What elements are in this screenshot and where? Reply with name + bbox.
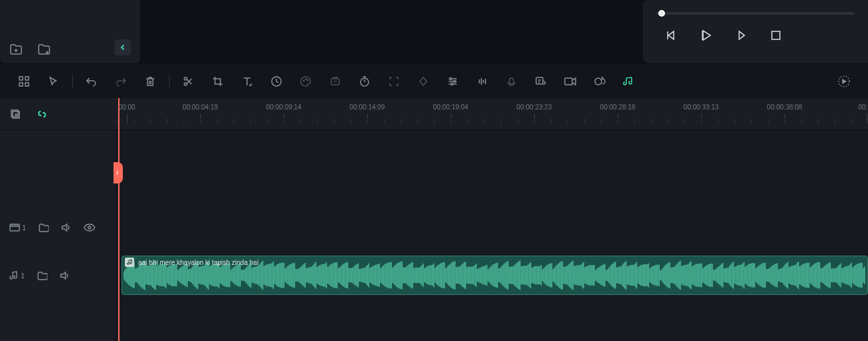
ruler-timestamp: 00:00 — [118, 103, 135, 111]
audio-beat-icon[interactable] — [616, 69, 642, 93]
ruler-timestamp: 00:00:28:18 — [600, 103, 636, 111]
crop-icon[interactable] — [204, 69, 231, 93]
progress-slider[interactable] — [656, 12, 855, 15]
effects-icon[interactable] — [322, 69, 349, 93]
svg-point-9 — [305, 78, 306, 79]
redo-icon[interactable] — [107, 69, 134, 93]
video-track-number: 1 — [22, 224, 26, 232]
ruler-timestamp: 00:00 — [858, 103, 868, 111]
text-icon[interactable] — [234, 69, 260, 93]
playback-panel — [643, 0, 868, 63]
svg-point-13 — [450, 77, 452, 79]
playhead[interactable] — [118, 98, 120, 341]
add-track-icon[interactable] — [9, 108, 21, 120]
progress-thumb[interactable] — [658, 10, 665, 17]
svg-point-10 — [307, 79, 308, 81]
stop-button[interactable] — [770, 29, 782, 41]
ruler-timestamp: 00:00:14:09 — [350, 103, 385, 111]
svg-point-23 — [88, 226, 91, 229]
svg-point-8 — [303, 80, 304, 81]
svg-point-18 — [595, 78, 602, 85]
new-folder-icon[interactable] — [9, 43, 23, 55]
audio-adjust-icon[interactable] — [469, 69, 495, 93]
svg-point-15 — [451, 83, 453, 85]
play-button[interactable] — [699, 28, 714, 43]
svg-point-5 — [184, 77, 187, 80]
svg-rect-1 — [19, 77, 23, 80]
record-icon[interactable] — [557, 69, 584, 93]
toolbar-separator — [169, 74, 170, 89]
audio-track-number: 1 — [21, 272, 25, 280]
fit-icon[interactable] — [381, 69, 407, 93]
ruler-timestamp: 00:00:33:13 — [684, 103, 719, 111]
svg-rect-0 — [772, 31, 780, 39]
video-visibility-icon[interactable] — [83, 224, 95, 232]
speech-to-text-icon[interactable] — [527, 69, 554, 93]
svg-rect-4 — [25, 83, 29, 86]
timeline-ruler[interactable]: 00:0000:00:04:1900:00:09:1400:00:14:0900… — [114, 98, 868, 130]
svg-rect-3 — [19, 83, 23, 86]
audio-lock-icon[interactable] — [37, 271, 47, 280]
delete-icon[interactable] — [137, 69, 164, 93]
ruler-timestamp: 00:00:19:04 — [433, 103, 469, 111]
auto-ripple-icon[interactable] — [36, 108, 48, 120]
speed-icon[interactable] — [263, 69, 290, 93]
video-track-header[interactable]: 1 — [0, 204, 114, 252]
ruler-timestamp: 00:00:09:14 — [266, 103, 302, 111]
svg-rect-17 — [565, 78, 572, 85]
video-lock-icon[interactable] — [38, 223, 49, 232]
video-track-icon: 1 — [9, 223, 26, 232]
svg-rect-2 — [25, 77, 29, 80]
track-headers-panel: 1 1 — [0, 98, 114, 341]
svg-point-14 — [454, 80, 456, 82]
audio-mute-icon[interactable] — [59, 271, 70, 280]
layout-grid-icon[interactable] — [11, 69, 37, 93]
adjust-icon[interactable] — [439, 69, 466, 93]
prev-frame-button[interactable] — [664, 29, 678, 42]
music-clip-icon — [125, 258, 134, 267]
video-mute-icon[interactable] — [61, 223, 71, 232]
ai-audio-icon[interactable] — [586, 69, 613, 93]
color-icon[interactable] — [292, 69, 319, 93]
video-track[interactable] — [114, 204, 868, 252]
cursor-select-icon[interactable] — [40, 69, 67, 93]
ruler-timestamp: 00:00:23:23 — [517, 103, 552, 111]
ruler-timestamp: 00:00:38:08 — [767, 103, 803, 111]
timeline-toolbar — [0, 63, 868, 98]
next-frame-button[interactable] — [735, 29, 748, 42]
undo-icon[interactable] — [78, 69, 105, 93]
audio-track[interactable]: aaj bhi mere khayalon ki tapish zinda ha… — [114, 252, 868, 300]
remove-folder-icon[interactable] — [37, 43, 51, 55]
split-icon[interactable] — [175, 69, 202, 93]
keyframe-icon[interactable] — [410, 69, 437, 93]
preview-panel — [140, 0, 643, 63]
audio-clip-title: aaj bhi mere khayalon ki tapish zinda ha… — [138, 259, 258, 266]
voice-icon[interactable] — [498, 69, 525, 93]
media-bin-panel — [0, 0, 140, 63]
render-preview-icon[interactable] — [831, 69, 857, 93]
audio-track-icon: 1 — [9, 271, 25, 280]
svg-rect-16 — [536, 77, 543, 84]
toolbar-separator — [72, 74, 73, 89]
panel-collapse-button[interactable] — [115, 39, 131, 55]
audio-clip[interactable]: aaj bhi mere khayalon ki tapish zinda ha… — [122, 256, 868, 295]
audio-track-header[interactable]: 1 — [0, 252, 114, 300]
timeline-content[interactable]: 00:0000:00:04:1900:00:09:1400:00:14:0900… — [114, 98, 868, 341]
ruler-timestamp: 00:00:04:19 — [183, 103, 218, 111]
timer-icon[interactable] — [351, 69, 378, 93]
svg-point-6 — [184, 83, 187, 85]
